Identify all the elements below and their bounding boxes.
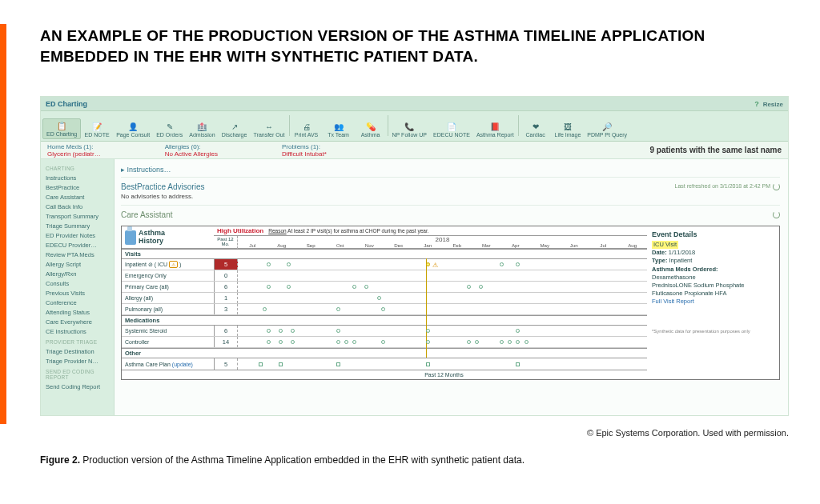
event-marker[interactable]: [336, 340, 340, 344]
sidebar-item[interactable]: Previous Visits: [46, 288, 111, 298]
event-marker[interactable]: [426, 340, 430, 344]
event-marker[interactable]: [336, 307, 340, 311]
event-marker[interactable]: [525, 340, 529, 344]
toolbar-icon: ✎: [165, 122, 175, 131]
toolbar-asthma-report[interactable]: 📕Asthma Report: [473, 120, 517, 139]
sidebar-item[interactable]: CE Instructions: [46, 326, 111, 336]
event-marker[interactable]: [279, 329, 283, 333]
event-marker[interactable]: [259, 362, 263, 366]
event-marker[interactable]: [467, 285, 471, 289]
sidebar-item[interactable]: Allergy/Rxn: [46, 269, 111, 278]
sidebar-item[interactable]: ED Provider Notes: [46, 230, 111, 240]
event-details-panel: Event Details ICU Visit Date: 1/11/2018 …: [647, 226, 779, 379]
toolbar-ed-note[interactable]: 📝ED NOTE: [81, 120, 113, 139]
toolbar-admission[interactable]: 🏥Admission: [186, 120, 218, 139]
event-marker[interactable]: [291, 340, 295, 344]
event-marker[interactable]: [364, 285, 368, 289]
timeline-track: [238, 304, 647, 314]
sidebar-item[interactable]: EDECU Provider…: [46, 240, 111, 250]
toolbar-np-follow-up[interactable]: 📞NP Follow UP: [389, 120, 430, 139]
event-marker[interactable]: [279, 362, 283, 366]
help-icon[interactable]: ?: [754, 100, 759, 108]
toolbar-ed-orders[interactable]: ✎ED Orders: [153, 120, 186, 139]
full-visit-report-link[interactable]: Full Visit Report: [652, 298, 774, 306]
event-marker[interactable]: [475, 340, 479, 344]
event-marker[interactable]: [336, 362, 340, 366]
event-marker[interactable]: [381, 340, 385, 344]
icu-warn-icon: ⚠: [169, 261, 178, 268]
event-marker[interactable]: [287, 262, 291, 266]
timeline-row-label: Controller: [122, 337, 214, 347]
toolbar-pdmp-pt-query[interactable]: 🔎PDMP Pt Query: [584, 120, 630, 139]
sidebar-item[interactable]: Send Coding Report: [46, 382, 111, 391]
instructions-link[interactable]: ▸ Instructions…: [121, 164, 780, 178]
event-marker[interactable]: [267, 340, 271, 344]
toolbar-cardiac[interactable]: ❤Cardiac: [520, 120, 552, 139]
update-link[interactable]: (update): [172, 362, 193, 367]
sidebar-item[interactable]: BestPractice: [46, 182, 111, 192]
event-marker[interactable]: [426, 262, 430, 266]
sidebar-item[interactable]: Review PTA Meds: [46, 250, 111, 259]
event-marker[interactable]: [263, 307, 267, 311]
toolbar-edecu-note[interactable]: 📄EDECU NOTE: [430, 120, 473, 139]
timeline-row-label: Pulmonary (all): [122, 304, 214, 314]
sidebar-item[interactable]: Conference: [46, 298, 111, 307]
toolbar-discharge[interactable]: ↗Discharge: [219, 120, 251, 139]
event-marker[interactable]: [267, 285, 271, 289]
event-marker[interactable]: [279, 340, 283, 344]
sidebar-item[interactable]: Triage Destination: [46, 346, 111, 356]
sidebar-item[interactable]: Care Assistant: [46, 192, 111, 202]
alert-block[interactable]: Allergies (0):No Active Allergies: [165, 143, 218, 158]
toolbar-tx-team[interactable]: 👥Tx Team: [323, 120, 355, 139]
toolbar-page-consult[interactable]: 👤Page Consult: [113, 120, 153, 139]
sidebar-item[interactable]: Triage Provider N…: [46, 356, 111, 366]
event-marker[interactable]: [508, 340, 512, 344]
event-marker[interactable]: [516, 329, 520, 333]
event-marker[interactable]: [426, 362, 430, 366]
event-marker[interactable]: [344, 340, 348, 344]
event-marker[interactable]: [426, 329, 430, 333]
event-marker[interactable]: [500, 340, 504, 344]
event-marker[interactable]: [352, 285, 356, 289]
event-marker[interactable]: [336, 329, 340, 333]
care-assistant-title: Care Assistant: [121, 210, 780, 219]
event-marker[interactable]: [500, 262, 504, 266]
event-marker[interactable]: [479, 285, 483, 289]
toolbar-print-avs[interactable]: 🖨Print AVS: [291, 120, 323, 139]
event-marker[interactable]: [516, 340, 520, 344]
sidebar-item[interactable]: Triage Summary: [46, 221, 111, 230]
timeline-row: Systemic Steroid6: [122, 326, 647, 337]
toolbar-icon: 📕: [490, 122, 500, 131]
sidebar-item[interactable]: Attending Status: [46, 307, 111, 317]
event-marker[interactable]: [267, 262, 271, 266]
refresh-icon[interactable]: [773, 183, 780, 190]
toolbar-transfer-out[interactable]: ↔Transfer Out: [251, 120, 288, 139]
sidebar-item[interactable]: Call Back Info: [46, 202, 111, 211]
timeline-row: Pulmonary (all)3: [122, 304, 647, 315]
warn-icon: ⚠: [432, 262, 438, 269]
event-marker[interactable]: [516, 362, 520, 366]
sidebar-item[interactable]: Instructions: [46, 173, 111, 182]
sidebar-item[interactable]: Allergy Script: [46, 259, 111, 269]
timeline-row-label: Primary Care (all): [122, 282, 214, 292]
sidebar-item[interactable]: Care Everywhere: [46, 317, 111, 326]
event-marker[interactable]: [291, 329, 295, 333]
alert-block[interactable]: Problems (1):Difficult Intubat*: [282, 143, 327, 158]
sidebar-item[interactable]: Consults: [46, 278, 111, 288]
toolbar-life-image[interactable]: 🖼Life Image: [552, 120, 585, 139]
event-marker[interactable]: [516, 262, 520, 266]
toolbar-asthma[interactable]: 💊Asthma: [355, 120, 387, 139]
event-marker[interactable]: [377, 296, 381, 300]
sidebar-item[interactable]: Transport Summary: [46, 211, 111, 221]
toolbar-ed-charting[interactable]: 📋ED Charting: [42, 118, 81, 139]
event-marker[interactable]: [381, 307, 385, 311]
event-marker[interactable]: [267, 329, 271, 333]
timeline-track: [238, 282, 647, 292]
refresh-icon[interactable]: [773, 211, 780, 218]
event-marker[interactable]: [467, 340, 471, 344]
timeline-title: AsthmaHistory: [122, 228, 214, 246]
resize-link[interactable]: Resize: [763, 101, 783, 108]
event-marker[interactable]: [352, 340, 356, 344]
event-marker[interactable]: [287, 285, 291, 289]
alert-block[interactable]: Home Meds (1):Glycerin (pediatr…: [47, 143, 101, 158]
